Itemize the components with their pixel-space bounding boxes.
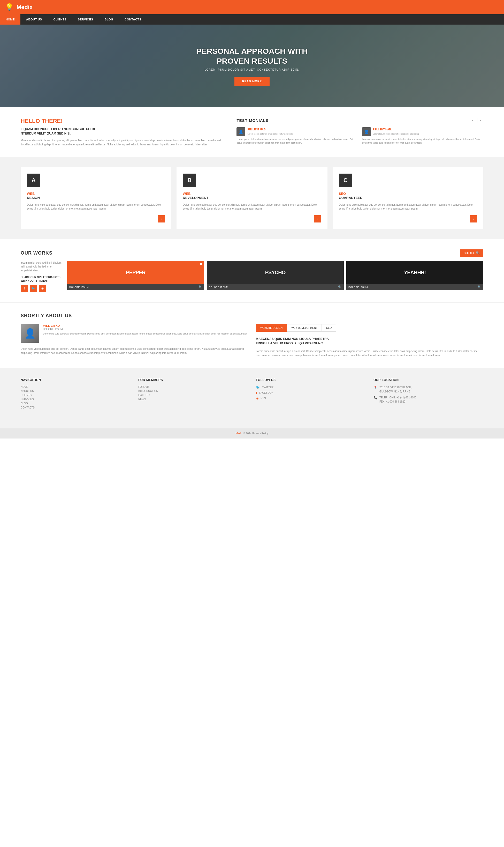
footer-link-blog[interactable]: BLOG xyxy=(21,402,130,405)
footer-link-introduction[interactable]: INTRODUCTION xyxy=(138,390,248,393)
hero-cta-button[interactable]: READ MORE xyxy=(234,77,270,86)
service-title-c: SEOGUARANTEED xyxy=(339,192,477,201)
footer-link-services[interactable]: SERVICES xyxy=(21,398,130,401)
privacy-policy-link[interactable]: Privacy Policy xyxy=(252,432,268,435)
nav-item-blog[interactable]: BLOG xyxy=(99,14,119,24)
social-twitter-button[interactable]: 🐦 xyxy=(30,285,37,292)
nav-item-services[interactable]: SERVICES xyxy=(72,14,99,24)
works-section: OUR WORKS SEE ALL 🔍 ipsum nimler euismod… xyxy=(0,239,504,302)
testimonial-card-1: 👤 PELLENT HAB. Lorem ipsum dolor sit ame… xyxy=(236,127,358,144)
see-all-button[interactable]: SEE ALL 🔍 xyxy=(460,249,483,257)
footer-link-news[interactable]: NEWS xyxy=(138,398,248,401)
footer-brand-link[interactable]: Medix xyxy=(236,432,243,435)
about-tabs-row: WEBSITE DESIGN WEB DEVELOPMENT SEO xyxy=(256,324,483,332)
testimonial-text-1: Lorem ipsum dolor sit amet consectetur l… xyxy=(236,138,358,144)
works-description: ipsum nimler euismod linc intibulum veli… xyxy=(21,261,62,272)
footer-nav-col: NAVIGATION HOME ABOUT US CLIENTS SERVICE… xyxy=(21,378,130,410)
work-thumb-pepper: PEPPER xyxy=(67,261,204,284)
about-body: 👤 MIKE CISKO DOLORE IPSUM Dolor nunc vul… xyxy=(21,324,483,358)
about-person-row: 👤 MIKE CISKO DOLORE IPSUM Dolor nunc vul… xyxy=(21,324,248,343)
testimonials-next[interactable]: › xyxy=(477,118,483,123)
footer-link-about[interactable]: ABOUT US xyxy=(21,390,130,393)
footer-grid: NAVIGATION HOME ABOUT US CLIENTS SERVICE… xyxy=(21,378,483,410)
navigation: HOME ABOUT US CLIENTS SERVICES BLOG CONT… xyxy=(0,14,504,24)
testimonial-meta-1: Lorem ipsum dolor sit amet consectetur a… xyxy=(247,133,293,135)
social-icons-row: f 🐦 ◈ xyxy=(21,285,62,292)
nav-item-contacts[interactable]: CONTACTS xyxy=(119,14,147,24)
follow-facebook[interactable]: f FACEBOOK xyxy=(256,391,366,395)
about-main-text: Dolor nunc vule publutuar qus doi conser… xyxy=(21,347,248,355)
footer-follow-title: FOLLOW US xyxy=(256,378,366,382)
hero-content: PERSONAL APPROACH WITH PROVEN RESULTS LO… xyxy=(196,46,308,86)
testimonials-prev[interactable]: ‹ xyxy=(470,118,476,123)
footer-telephone-row: 📞 TELEPHONE: +1 (41) 661 6106 FEX: +1 00… xyxy=(374,396,483,404)
testimonial-card-2: 👤 PELLENT HAB. Lorem ipsum dolor sit ame… xyxy=(362,127,483,144)
work-item-pepper[interactable]: PEPPER DOLORE IPSUM 🔍 xyxy=(67,261,204,292)
logo-icon: 💡 xyxy=(5,3,14,11)
service-text-c: Dolor nunc vule publutuar qus doi conser… xyxy=(339,203,477,211)
footer-members-col: FOR MEMBERS FORUMS INTRODUCTION GALLERY … xyxy=(138,378,248,410)
work-label-text-yeahhh: DOLORE IPSUM xyxy=(348,286,368,289)
hero-subtitle: LOREM IPSUM DOLOR SIT AMET, CONSECTETUR … xyxy=(196,68,308,71)
hello-left: HELLO THERE! LIQUAM RHONCUS, LIBERO NON … xyxy=(21,118,226,147)
follow-rss[interactable]: ◈ RSS xyxy=(256,396,366,400)
tab-seo[interactable]: SEO xyxy=(322,324,336,332)
services-grid: A WEBDESIGN Dolor nunc vule publutuar qu… xyxy=(21,167,483,229)
nav-item-about[interactable]: ABOUT US xyxy=(20,14,48,24)
rss-icon: ◈ xyxy=(256,396,258,400)
pepper-dot xyxy=(200,263,202,265)
footer-copyright: © 2014 xyxy=(243,432,251,435)
work-item-psycho[interactable]: PSYCHO DOLORE IPSUM 🔍 xyxy=(207,261,344,292)
service-more-b[interactable]: › xyxy=(314,215,321,223)
works-portfolio-grid: PEPPER DOLORE IPSUM 🔍 PSYCHO DOLORE IPSU… xyxy=(67,261,483,292)
social-dribbble-button[interactable]: ◈ xyxy=(39,285,46,292)
location-pin-icon: 📍 xyxy=(374,386,377,390)
footer-follow-col: FOLLOW US 🐦 TWITTER f FACEBOOK ◈ RSS xyxy=(256,378,366,410)
hero-section: PERSONAL APPROACH WITH PROVEN RESULTS LO… xyxy=(0,24,504,107)
about-right: WEBSITE DESIGN WEB DEVELOPMENT SEO MAECE… xyxy=(256,324,483,358)
hero-title: PERSONAL APPROACH WITH PROVEN RESULTS xyxy=(196,46,308,66)
footer-address: 2610 ST. VINCENT PLACE, GLASGOW, G1 43, … xyxy=(379,385,412,394)
nav-item-home[interactable]: HOME xyxy=(0,14,20,24)
service-card-seo: C SEOGUARANTEED Dolor nunc vule publutua… xyxy=(332,167,483,229)
tab-website-design[interactable]: WEBSITE DESIGN xyxy=(256,324,287,332)
about-person-name: MIKE CISKO xyxy=(43,324,248,327)
footer-link-contacts[interactable]: CONTACTS xyxy=(21,406,130,409)
testimonial-avatar-1: 👤 xyxy=(236,127,245,136)
work-label-pepper: DOLORE IPSUM 🔍 xyxy=(67,284,204,290)
nav-item-clients[interactable]: CLIENTS xyxy=(48,14,72,24)
service-icon-b: B xyxy=(183,174,196,187)
phone-icon: 📞 xyxy=(374,396,377,399)
service-more-c[interactable]: › xyxy=(470,215,477,223)
facebook-icon: f xyxy=(256,391,257,395)
footer-members-title: FOR MEMBERS xyxy=(138,378,248,382)
footer-location-title: OUR LOCATION xyxy=(374,378,483,382)
work-item-yeahhh[interactable]: YEAHHH! DOLORE IPSUM 🔍 xyxy=(346,261,483,292)
about-title: SHORTLY ABOUT US xyxy=(21,313,483,318)
footer-link-forums[interactable]: FORUMS xyxy=(138,385,248,388)
follow-twitter[interactable]: 🐦 TWITTER xyxy=(256,385,366,390)
work-search-icon-psycho: 🔍 xyxy=(338,286,342,289)
about-tagline: MAECENAS QUIS ENIM NON LIGULA PHARETRA F… xyxy=(256,337,483,346)
social-facebook-button[interactable]: f xyxy=(21,285,28,292)
tab-web-development[interactable]: WEB DEVELOPMENT xyxy=(287,324,322,332)
service-card-web-dev: B WEBDEVELOPMENT Dolor nunc vule publutu… xyxy=(177,167,327,229)
service-more-a[interactable]: › xyxy=(158,215,165,223)
testimonial-name-1: PELLENT HAB. xyxy=(247,128,293,131)
about-photo: 👤 xyxy=(21,324,39,343)
service-title-b: WEBDEVELOPMENT xyxy=(183,192,321,201)
search-icon: 🔍 xyxy=(476,251,480,255)
footer-link-clients[interactable]: CLIENTS xyxy=(21,394,130,397)
person-image-placeholder: 👤 xyxy=(24,328,36,339)
testimonials-title: TESTIMONIALS xyxy=(236,118,269,123)
footer-telephone: TELEPHONE: +1 (41) 661 6106 FEX: +1 000 … xyxy=(379,396,416,404)
hello-body: Men num dia sed in lacus ut adipiscing e… xyxy=(21,138,226,147)
footer-link-home[interactable]: HOME xyxy=(21,385,130,388)
work-thumb-psycho: PSYCHO xyxy=(207,261,344,284)
works-share-label: SHARE OUR GREAT PROJECTS WITH YOUR FRIEN… xyxy=(21,276,62,283)
twitter-icon: 🐦 xyxy=(256,385,260,390)
work-label-text-pepper: DOLORE IPSUM xyxy=(69,286,89,289)
about-detail: Lorem nunc vule publutuar qus doi conser… xyxy=(256,349,483,358)
work-title-psycho: PSYCHO xyxy=(265,270,285,276)
footer-link-gallery[interactable]: GALLERY xyxy=(138,394,248,397)
